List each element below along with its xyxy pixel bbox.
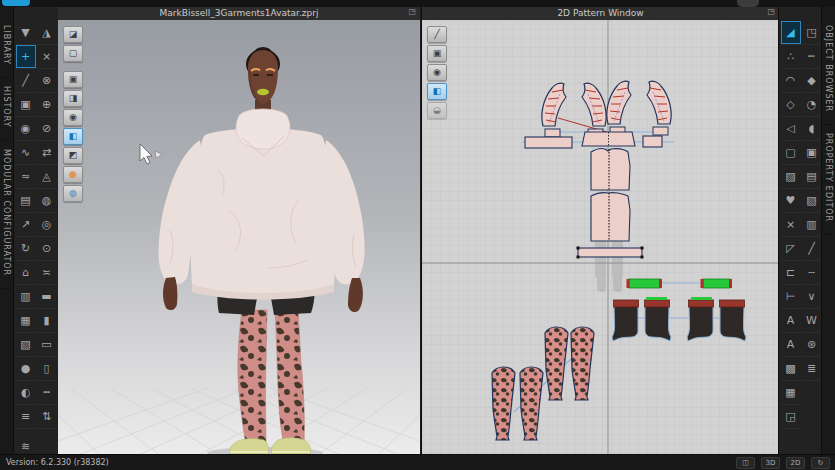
popout-icon[interactable]: ◳ bbox=[408, 7, 416, 16]
popout-icon[interactable]: ◳ bbox=[767, 7, 775, 16]
fabric-strip-tool[interactable]: ▭ bbox=[37, 333, 57, 357]
pin-tool[interactable]: ↗ bbox=[16, 213, 36, 237]
garment-outline-toggle[interactable]: ▢ bbox=[63, 45, 83, 62]
dart-tool[interactable]: ♥ bbox=[781, 189, 801, 213]
select-move-tool[interactable]: + bbox=[16, 45, 36, 69]
fasten-button-tool[interactable]: ⊙ bbox=[37, 237, 57, 261]
fabric-view-toggle[interactable]: ◧ bbox=[427, 83, 447, 100]
tab-modular-configurator[interactable]: MODULAR CONFIGURATOR bbox=[2, 141, 11, 289]
pen-2d-edit-toggle[interactable]: ╱ bbox=[427, 26, 447, 43]
sew-dashed-tool[interactable]: ┉ bbox=[802, 45, 822, 69]
dart-shape-tool[interactable]: ◆ bbox=[802, 69, 822, 93]
tab-property-editor[interactable]: PROPERTY EDITOR bbox=[824, 125, 833, 235]
fabric-roll-c-tool[interactable]: ▯ bbox=[37, 357, 57, 381]
flatten-iron-tool[interactable]: ◖ bbox=[802, 117, 822, 141]
environment-toggle[interactable]: ◍ bbox=[63, 185, 83, 202]
segment-sewing-tool[interactable]: ≈ bbox=[16, 165, 36, 189]
view-3d-button[interactable]: 3D bbox=[761, 457, 780, 469]
show-info-toggle[interactable]: ◉ bbox=[427, 64, 447, 81]
shorts-notch-green bbox=[691, 297, 712, 300]
zipper-tool[interactable]: ≍ bbox=[37, 261, 57, 285]
bodice-patterns[interactable] bbox=[591, 149, 630, 241]
bag-preset-tool[interactable]: ▥ bbox=[16, 285, 36, 309]
select-garment-tool[interactable]: ▣ bbox=[16, 93, 36, 117]
remove-dart-tool[interactable]: × bbox=[781, 213, 801, 237]
stitch-brush-tool[interactable]: ⊕ bbox=[37, 93, 57, 117]
measure-tape-tool[interactable]: ≡ bbox=[16, 405, 36, 429]
seam-ripper-tool[interactable]: ⊘ bbox=[37, 117, 57, 141]
pattern-image-tool[interactable]: ▨ bbox=[781, 165, 801, 189]
zoom-pattern-tool[interactable]: ◔ bbox=[802, 93, 822, 117]
avatar-size-tool[interactable]: ● bbox=[16, 357, 36, 381]
viewport-3d[interactable]: ◪▢▣◨◉◧◩●◍ bbox=[58, 20, 420, 455]
stitch-type-tool[interactable]: W bbox=[802, 309, 822, 333]
button-tool[interactable]: ◍ bbox=[37, 189, 57, 213]
show-garment-2d-tool[interactable]: ▣ bbox=[802, 141, 822, 165]
show-garment-toggle[interactable]: ▣ bbox=[63, 71, 83, 88]
print-layout-tool[interactable]: ▦ bbox=[781, 381, 801, 405]
left-toolbar-3d: ▼+╱▣◉∿≈▤↗↻⌂▥▦▧●◐≡≋ ◮×⊗⊕⊘⇄◬◍◎⊙≍▬▮▭▯┅⇅ bbox=[14, 7, 59, 455]
rectangle-tool[interactable]: ▢ bbox=[781, 141, 801, 165]
edit-curvature-tool[interactable]: ◠ bbox=[781, 69, 801, 93]
edit-pattern-tool[interactable]: ∴ bbox=[781, 45, 801, 69]
pattern-walk-tool[interactable]: ◲ bbox=[781, 405, 801, 429]
show-avatar-toggle[interactable]: ◉ bbox=[63, 109, 83, 126]
fabric-roll-a-tool[interactable]: ▬ bbox=[37, 285, 57, 309]
text-tool[interactable]: A bbox=[781, 309, 801, 333]
fabric-roll-b-tool[interactable]: ▮ bbox=[37, 309, 57, 333]
puller-tool[interactable]: ⇅ bbox=[37, 405, 57, 429]
avatar-skin-toggle[interactable]: ● bbox=[63, 166, 83, 183]
lock-pattern-toggle[interactable]: ◒ bbox=[427, 102, 447, 119]
grading-gear-tool[interactable]: ⊛ bbox=[802, 333, 822, 357]
walk-avatar-tool[interactable]: ◮ bbox=[37, 21, 57, 45]
view-2d-button[interactable]: 2D bbox=[786, 457, 805, 469]
titlebar-2d[interactable]: 2D Pattern Window ◳ bbox=[422, 7, 779, 21]
text-style-tool[interactable]: A bbox=[781, 333, 801, 357]
mesh-view-toggle[interactable]: ◩ bbox=[63, 147, 83, 164]
hem-band-pattern[interactable] bbox=[577, 247, 644, 259]
topstitch-tool[interactable]: ┅ bbox=[37, 381, 57, 405]
texture-surface-toggle[interactable]: ◨ bbox=[63, 90, 83, 107]
layer-stack-tool[interactable]: ≣ bbox=[802, 357, 822, 381]
polygon-tool[interactable]: ◁ bbox=[781, 117, 801, 141]
sync-view-button[interactable]: ↻ bbox=[811, 457, 830, 469]
buttonhole-tool[interactable]: ◎ bbox=[37, 213, 57, 237]
add-point-tool[interactable]: ◇ bbox=[781, 93, 801, 117]
show-pattern-toggle[interactable]: ◧ bbox=[63, 128, 83, 145]
tab-library[interactable]: LIBRARY bbox=[2, 17, 11, 78]
pen-2d-tool[interactable]: ╱ bbox=[802, 237, 822, 261]
titlebar-3d[interactable]: MarkBissell_3Garments1Avatar.zprj ◳ bbox=[58, 7, 420, 21]
print-check-tool[interactable]: ▥ bbox=[802, 213, 822, 237]
snapshot-toggle[interactable]: ◪ bbox=[63, 26, 83, 43]
print-flower-tool[interactable]: ▧ bbox=[802, 189, 822, 213]
pen-3d-tool[interactable]: ╱ bbox=[16, 69, 36, 93]
pleat-tool[interactable]: ▩ bbox=[781, 357, 801, 381]
sewing-machine-tool[interactable]: ◉ bbox=[16, 117, 36, 141]
seam-notch-tool[interactable]: ⊏ bbox=[781, 261, 801, 285]
panel-handle[interactable] bbox=[737, 0, 759, 7]
stitch-v-tool[interactable]: ∨ bbox=[802, 285, 822, 309]
texture-edit-tool[interactable]: ▤ bbox=[802, 165, 822, 189]
arrangement-home-tool[interactable]: ⌂ bbox=[16, 261, 36, 285]
split-view-button[interactable]: ◫ bbox=[736, 457, 755, 469]
ruler-tool[interactable]: ⊢ bbox=[781, 285, 801, 309]
layer-clone-tool[interactable]: ▦ bbox=[16, 309, 36, 333]
tack-tool[interactable]: ⇄ bbox=[37, 141, 57, 165]
simulate-button[interactable]: ▼ bbox=[16, 21, 36, 45]
steam-iron-tool[interactable]: ◬ bbox=[37, 165, 57, 189]
tab-object-browser[interactable]: OBJECT BROWSER bbox=[824, 17, 833, 125]
auto-fit-tool[interactable]: ◐ bbox=[16, 381, 36, 405]
fold-arrangement-tool[interactable]: ↻ bbox=[16, 237, 36, 261]
basting-stitch-tool[interactable]: ┄ bbox=[802, 261, 822, 285]
edit-sewing-tool[interactable]: ▤ bbox=[16, 189, 36, 213]
transform-pattern-tool[interactable]: ◢ bbox=[781, 21, 801, 45]
trace-tool[interactable]: ◸ bbox=[781, 237, 801, 261]
clone-pattern-tool[interactable]: ◳ bbox=[802, 21, 822, 45]
scissors-cut-tool[interactable]: × bbox=[37, 45, 57, 69]
free-sewing-tool[interactable]: ∿ bbox=[16, 141, 36, 165]
cut-and-sew-tool[interactable]: ⊗ bbox=[37, 69, 57, 93]
pin-pattern-toggle[interactable]: ▣ bbox=[427, 45, 447, 62]
tab-history[interactable]: HISTORY bbox=[2, 78, 11, 141]
pants-preset-tool[interactable]: ▧ bbox=[16, 333, 36, 357]
viewport-2d[interactable]: ╱▣◉◧◒ bbox=[422, 20, 779, 455]
